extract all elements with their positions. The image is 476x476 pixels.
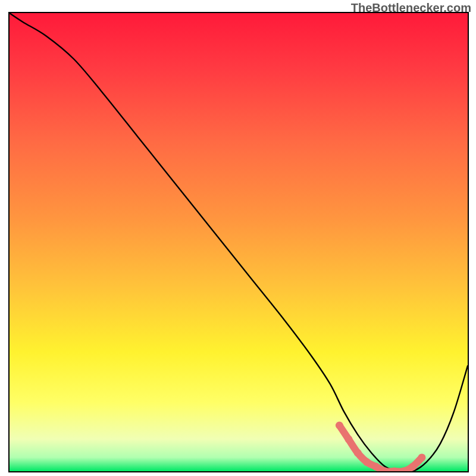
chart-container: TheBottlenecker.com — [0, 0, 476, 476]
pink-dot — [354, 449, 362, 457]
pink-dot — [409, 463, 416, 471]
pink-dot — [418, 453, 426, 461]
plot-area — [8, 12, 469, 472]
black-curve — [10, 13, 468, 471]
pink-highlight-curve — [339, 425, 422, 471]
pink-dot — [336, 422, 343, 430]
pink-dot — [363, 458, 371, 466]
pink-dot — [345, 436, 352, 443]
pink-dot — [372, 463, 380, 471]
watermark-text: TheBottlenecker.com — [351, 1, 471, 15]
curve-layer — [10, 13, 468, 471]
